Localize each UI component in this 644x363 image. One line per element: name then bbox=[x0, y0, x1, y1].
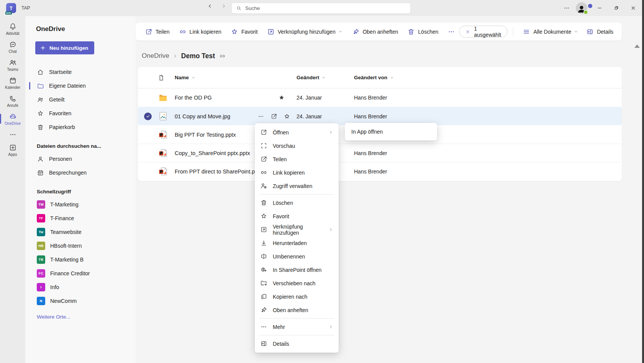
scroll-up-arrow[interactable] bbox=[634, 44, 640, 48]
rail-item-label: Aktivität bbox=[6, 32, 19, 36]
context-menu-item[interactable] bbox=[259, 318, 334, 319]
column-header-modified-by[interactable]: Geändert von bbox=[354, 75, 622, 80]
context-menu-item[interactable]: Löschen bbox=[255, 196, 339, 209]
file-name[interactable]: Big PPT For Testing.pptx bbox=[175, 132, 236, 138]
table-row[interactable]: P From PPT direct to SharePoint.pp Hans … bbox=[138, 162, 622, 180]
context-menu-item[interactable]: Link kopieren bbox=[255, 166, 339, 179]
site-tile: FC bbox=[37, 269, 45, 278]
context-menu-item[interactable] bbox=[259, 335, 334, 335]
titlebar-more-button[interactable] bbox=[560, 0, 574, 16]
toolbar-action-button[interactable]: Link kopieren bbox=[175, 26, 225, 38]
quick-access-item[interactable]: I Info bbox=[34, 280, 131, 294]
copy-link-icon[interactable] bbox=[219, 53, 226, 59]
context-menu-item[interactable]: Vorschau bbox=[255, 139, 339, 152]
selection-count-pill[interactable]: 1 ausgewählt bbox=[459, 26, 508, 38]
toolbar-action-button[interactable]: Oben anheften bbox=[348, 26, 402, 38]
pinned-star-icon[interactable] bbox=[278, 94, 285, 101]
row-selected-check[interactable] bbox=[144, 113, 152, 120]
sidebar-nav-icon bbox=[37, 82, 44, 90]
close-button[interactable] bbox=[625, 0, 642, 16]
rail-item[interactable]: Teams bbox=[0, 56, 25, 74]
sidebar-nav-item[interactable]: Favoriten bbox=[34, 106, 131, 120]
breadcrumb-root[interactable]: OneDrive bbox=[142, 52, 169, 60]
rail-item[interactable]: Anrufe bbox=[0, 92, 25, 110]
rail-item[interactable]: Kalender bbox=[0, 74, 25, 92]
file-name[interactable]: 01 Copy and Move.jpg bbox=[175, 113, 230, 119]
toolbar-action-button[interactable]: Teilen bbox=[141, 26, 174, 38]
toolbar-action-button[interactable]: Favorit bbox=[227, 26, 262, 38]
submenu-item[interactable]: In App öffnen bbox=[345, 125, 437, 139]
context-menu-item[interactable]: Teilen bbox=[255, 152, 339, 166]
submenu-item-label: In App öffnen bbox=[351, 129, 383, 135]
context-menu-item-icon bbox=[260, 323, 267, 330]
row-more-icon[interactable] bbox=[257, 113, 264, 120]
add-new-button[interactable]: Neu hinzufügen bbox=[35, 41, 94, 54]
rail-item[interactable] bbox=[0, 128, 25, 141]
context-menu-item[interactable]: Umbenennen bbox=[255, 250, 339, 263]
file-name[interactable]: For the OD PG bbox=[175, 95, 212, 101]
context-menu-item[interactable]: Favorit bbox=[255, 209, 339, 223]
toolbar-action-button[interactable]: Verknüpfung hinzufügen bbox=[263, 26, 347, 38]
rail-item[interactable]: Chat bbox=[0, 38, 25, 56]
table-row[interactable]: For the OD PG 24. Januar Hans Brender bbox=[138, 88, 622, 107]
context-menu-item[interactable]: Details bbox=[255, 337, 339, 350]
sidebar-nav-item[interactable]: Papierkorb bbox=[34, 120, 131, 134]
rail-item[interactable]: Aktivität bbox=[0, 20, 25, 38]
row-favorite-icon[interactable] bbox=[283, 113, 290, 120]
context-menu-item-icon bbox=[260, 280, 267, 287]
quick-access-item[interactable]: FC Finance Creditor bbox=[34, 267, 131, 280]
context-menu-item-label: Kopieren nach bbox=[273, 294, 307, 300]
context-menu-item[interactable]: Mehr bbox=[255, 320, 339, 334]
quick-access-item[interactable]: Tw Teamwebsite bbox=[34, 225, 131, 239]
nav-back-button[interactable] bbox=[207, 3, 217, 13]
context-menu-item-label: Verschieben nach bbox=[273, 280, 315, 286]
quick-access-item[interactable]: TB T-Marketing B bbox=[34, 253, 131, 267]
rail-item[interactable]: OneDrive bbox=[0, 110, 25, 128]
context-menu-item[interactable]: In SharePoint öffnen bbox=[255, 263, 339, 276]
context-menu-item[interactable]: Verknüpfung hinzufügen bbox=[255, 223, 339, 236]
minimize-button[interactable] bbox=[591, 0, 608, 16]
table-row[interactable]: 01 Copy and Move.jpg 24. Januar Hans Bre… bbox=[138, 107, 622, 125]
row-share-icon[interactable] bbox=[270, 113, 277, 120]
modified-by: Hans Brender bbox=[354, 113, 622, 119]
search-input[interactable] bbox=[245, 5, 391, 11]
context-menu-item[interactable]: Oben anheften bbox=[255, 303, 339, 317]
quick-access-item[interactable]: HB HBsoft-Intern bbox=[34, 239, 131, 253]
restore-button[interactable] bbox=[608, 0, 625, 16]
search-box[interactable] bbox=[231, 3, 411, 14]
more-places-link[interactable]: Weitere Orte... bbox=[37, 314, 70, 320]
file-list-header: Name Geändert Geändert von bbox=[138, 67, 622, 88]
context-menu-item[interactable]: Zugriff verwalten bbox=[255, 179, 339, 193]
table-row[interactable]: P Copy_to_SharePoint pptx.pptx Hans Bren… bbox=[138, 144, 622, 162]
file-name[interactable]: From PPT direct to SharePoint.pp bbox=[175, 168, 258, 175]
context-menu-item[interactable]: Kopieren nach bbox=[255, 290, 339, 303]
sidebar-browse-item[interactable]: Personen bbox=[34, 152, 131, 166]
site-tile: TF bbox=[37, 214, 45, 222]
rail-item[interactable]: Apps bbox=[0, 141, 25, 159]
sidebar-nav-item[interactable]: Startseite bbox=[34, 65, 131, 79]
sidebar-browse-item[interactable]: Besprechungen bbox=[34, 166, 131, 180]
quick-access-item[interactable]: TM T-Marketing bbox=[34, 198, 131, 211]
file-name[interactable]: Copy_to_SharePoint pptx.pptx bbox=[175, 150, 250, 156]
toolbar-actions: Teilen Link kopieren Favorit Verknüpfung… bbox=[141, 26, 459, 38]
sidebar-nav-item[interactable]: Geteilt bbox=[34, 93, 131, 106]
check-icon bbox=[584, 11, 587, 14]
context-menu-item[interactable]: Öffnen bbox=[255, 126, 339, 139]
view-selector[interactable]: Alle Dokumente bbox=[519, 26, 582, 38]
context-menu-item[interactable] bbox=[259, 194, 334, 195]
nav-forward-button[interactable] bbox=[221, 3, 231, 13]
column-header-modified[interactable]: Geändert bbox=[297, 75, 354, 80]
sidebar-nav-item[interactable]: Eigene Dateien bbox=[34, 79, 131, 93]
toolbar-action-button[interactable] bbox=[444, 26, 459, 38]
presence-badge bbox=[583, 10, 588, 15]
column-header-name[interactable]: Name bbox=[175, 75, 297, 80]
quick-access-item[interactable]: TF T-Finance bbox=[34, 211, 131, 225]
context-menu-item[interactable]: Verschieben nach bbox=[255, 276, 339, 290]
context-menu-item[interactable]: Herunterladen bbox=[255, 236, 339, 250]
window-edge bbox=[642, 0, 644, 363]
clear-selection-icon[interactable] bbox=[465, 29, 470, 34]
file-type-column-icon[interactable] bbox=[158, 74, 165, 81]
quick-access-item[interactable]: N NewComm bbox=[34, 294, 131, 308]
details-button[interactable]: Details bbox=[582, 26, 617, 38]
toolbar-action-button[interactable]: Löschen bbox=[403, 26, 442, 38]
